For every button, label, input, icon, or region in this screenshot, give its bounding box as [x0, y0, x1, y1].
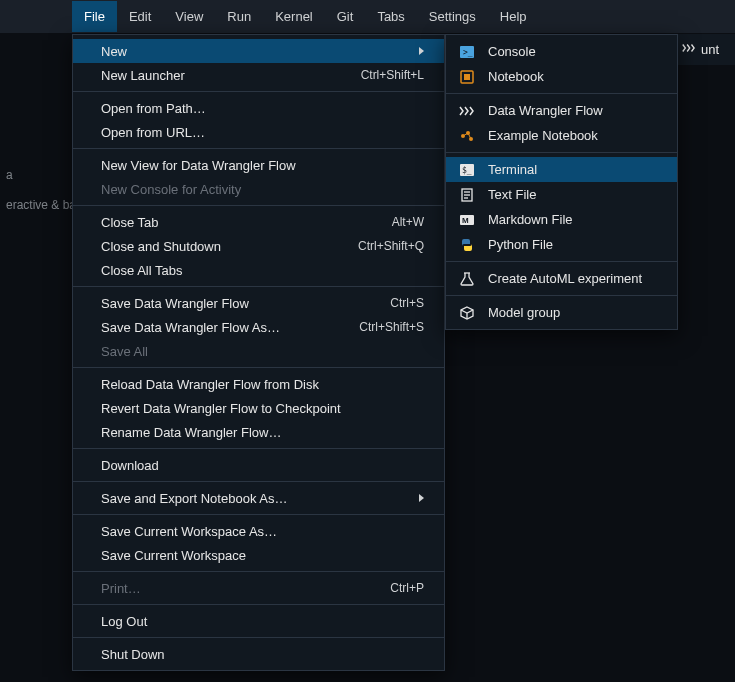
submenu-notebook[interactable]: Notebook: [446, 64, 677, 89]
menu-print-shortcut: Ctrl+P: [390, 581, 424, 595]
tab-label: unt: [701, 42, 719, 57]
menubar-help[interactable]: Help: [488, 1, 539, 32]
menu-print-label: Print…: [101, 581, 141, 596]
menu-close-tab[interactable]: Close Tab Alt+W: [73, 210, 444, 234]
menubar-edit[interactable]: Edit: [117, 1, 163, 32]
submenu-model-group-label: Model group: [488, 305, 560, 320]
menubar-file[interactable]: File: [72, 1, 117, 32]
menu-separator: [73, 286, 444, 287]
submenu-example-notebook[interactable]: Example Notebook: [446, 123, 677, 148]
notebook-icon: [458, 68, 476, 86]
menu-logout[interactable]: Log Out: [73, 609, 444, 633]
flask-icon: [458, 270, 476, 288]
menu-separator: [73, 637, 444, 638]
menu-separator: [73, 205, 444, 206]
menu-separator: [73, 367, 444, 368]
menu-open-path-label: Open from Path…: [101, 101, 206, 116]
menu-save-all-label: Save All: [101, 344, 148, 359]
svg-rect-3: [464, 74, 470, 80]
submenu-markdown-file[interactable]: M Markdown File: [446, 207, 677, 232]
menubar-settings[interactable]: Settings: [417, 1, 488, 32]
sidebar-fragment-1: eractive & ba: [0, 190, 82, 220]
menu-save-ws-as-label: Save Current Workspace As…: [101, 524, 277, 539]
svg-text:M: M: [462, 216, 469, 225]
menu-separator: [73, 91, 444, 92]
submenu-dw-flow[interactable]: Data Wrangler Flow: [446, 98, 677, 123]
python-icon: [458, 236, 476, 254]
menubar-git[interactable]: Git: [325, 1, 366, 32]
background-sidebar: a eractive & ba: [0, 160, 82, 220]
menu-logout-label: Log Out: [101, 614, 147, 629]
submenu-text-file[interactable]: Text File: [446, 182, 677, 207]
menu-reload-dw[interactable]: Reload Data Wrangler Flow from Disk: [73, 372, 444, 396]
menu-new-view-dw-label: New View for Data Wrangler Flow: [101, 158, 296, 173]
file-menu: New New Launcher Ctrl+Shift+L Open from …: [72, 34, 445, 671]
menu-save-dw[interactable]: Save Data Wrangler Flow Ctrl+S: [73, 291, 444, 315]
menubar-run[interactable]: Run: [215, 1, 263, 32]
menu-new-launcher-label: New Launcher: [101, 68, 185, 83]
menubar: File Edit View Run Kernel Git Tabs Setti…: [0, 0, 735, 34]
menu-new-launcher[interactable]: New Launcher Ctrl+Shift+L: [73, 63, 444, 87]
menu-shutdown-label: Shut Down: [101, 647, 165, 662]
menu-close-all[interactable]: Close All Tabs: [73, 258, 444, 282]
menu-separator: [73, 448, 444, 449]
menu-close-shutdown-label: Close and Shutdown: [101, 239, 221, 254]
menu-save-export[interactable]: Save and Export Notebook As…: [73, 486, 444, 510]
menu-rename-dw-label: Rename Data Wrangler Flow…: [101, 425, 281, 440]
menu-open-url[interactable]: Open from URL…: [73, 120, 444, 144]
menu-new-launcher-shortcut: Ctrl+Shift+L: [361, 68, 424, 82]
menu-close-shutdown[interactable]: Close and Shutdown Ctrl+Shift+Q: [73, 234, 444, 258]
flow-icon: [458, 102, 476, 120]
menu-shutdown[interactable]: Shut Down: [73, 642, 444, 666]
menu-open-url-label: Open from URL…: [101, 125, 205, 140]
menu-revert-dw[interactable]: Revert Data Wrangler Flow to Checkpoint: [73, 396, 444, 420]
submenu-separator: [446, 261, 677, 262]
submenu-model-group[interactable]: Model group: [446, 300, 677, 325]
text-file-icon: [458, 186, 476, 204]
menu-open-path[interactable]: Open from Path…: [73, 96, 444, 120]
menu-revert-dw-label: Revert Data Wrangler Flow to Checkpoint: [101, 401, 341, 416]
submenu-automl[interactable]: Create AutoML experiment: [446, 266, 677, 291]
menu-rename-dw[interactable]: Rename Data Wrangler Flow…: [73, 420, 444, 444]
menu-save-dw-as[interactable]: Save Data Wrangler Flow As… Ctrl+Shift+S: [73, 315, 444, 339]
menu-save-all: Save All: [73, 339, 444, 363]
menu-new[interactable]: New: [73, 39, 444, 63]
menu-separator: [73, 481, 444, 482]
menu-separator: [73, 148, 444, 149]
menu-new-console-activity-label: New Console for Activity: [101, 182, 241, 197]
submenu-arrow-icon: [419, 494, 424, 502]
menu-close-shutdown-shortcut: Ctrl+Shift+Q: [358, 239, 424, 253]
svg-text:$_: $_: [462, 166, 472, 175]
sidebar-fragment-0: a: [0, 160, 82, 190]
menu-download-label: Download: [101, 458, 159, 473]
menu-new-view-dw[interactable]: New View for Data Wrangler Flow: [73, 153, 444, 177]
menu-save-dw-label: Save Data Wrangler Flow: [101, 296, 249, 311]
svg-text:>_: >_: [463, 48, 473, 57]
menubar-kernel[interactable]: Kernel: [263, 1, 325, 32]
submenu-separator: [446, 93, 677, 94]
submenu-python-file[interactable]: Python File: [446, 232, 677, 257]
menu-save-dw-as-shortcut: Ctrl+Shift+S: [359, 320, 424, 334]
menu-new-console-activity: New Console for Activity: [73, 177, 444, 201]
menu-save-dw-as-label: Save Data Wrangler Flow As…: [101, 320, 280, 335]
markdown-icon: M: [458, 211, 476, 229]
terminal-icon: $_: [458, 161, 476, 179]
submenu-console[interactable]: >_ Console: [446, 39, 677, 64]
open-tab[interactable]: unt: [675, 34, 735, 66]
submenu-terminal[interactable]: $_ Terminal: [446, 157, 677, 182]
submenu-console-label: Console: [488, 44, 536, 59]
submenu-terminal-label: Terminal: [488, 162, 537, 177]
submenu-text-file-label: Text File: [488, 187, 536, 202]
submenu-arrow-icon: [419, 47, 424, 55]
menu-separator: [73, 571, 444, 572]
submenu-separator: [446, 295, 677, 296]
menu-save-ws[interactable]: Save Current Workspace: [73, 543, 444, 567]
menu-print: Print… Ctrl+P: [73, 576, 444, 600]
menu-download[interactable]: Download: [73, 453, 444, 477]
submenu-separator: [446, 152, 677, 153]
menubar-tabs[interactable]: Tabs: [365, 1, 416, 32]
flow-icon: [681, 41, 701, 58]
menu-save-ws-as[interactable]: Save Current Workspace As…: [73, 519, 444, 543]
menubar-view[interactable]: View: [163, 1, 215, 32]
menu-close-tab-shortcut: Alt+W: [392, 215, 424, 229]
